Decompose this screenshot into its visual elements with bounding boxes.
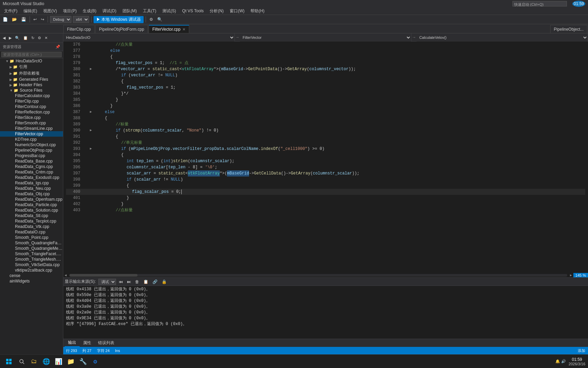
taskbar-systray[interactable]: 🔔 🔊 [555,359,566,364]
code-line-402[interactable]: 402 } [66,201,585,207]
se-btn4[interactable]: 📋 [22,35,29,41]
tree-readsolution[interactable]: ReadData_Solution.cpp [0,208,63,213]
tree-readdataio[interactable]: ReadDataIO.cpp [0,229,63,235]
tree-header[interactable]: ▶ 📁 Header Files [0,82,63,88]
se-btn5[interactable]: ↻ [30,35,36,41]
tree-filterslice[interactable]: FilterSlice.cpp [0,115,63,120]
code-line-396[interactable]: 396 columnstr_scalar[tep_len - 8] = '\0'… [66,164,585,170]
output-btn1[interactable]: ⏮ [117,279,124,285]
taskbar-cad[interactable]: ⚙ [90,356,101,367]
code-line-394[interactable]: 394 { [66,152,585,158]
tree-smoothtm[interactable]: Smooth_TriangleMesh.cpp [0,257,63,262]
tree-smoothvtk[interactable]: Smooth_VtkSetData.cpp [0,262,63,267]
code-line-386[interactable]: 386 } [66,103,585,109]
code-line-380[interactable]: 380 ▶ /*vector_arr = static_cast<vtkFloa… [66,66,585,72]
se-btn2[interactable]: ▶ [7,35,13,41]
code-line-393[interactable]: 393 ▶ if (mPipeLineObjProp.vectorFilter_… [66,146,585,152]
tree-readtecplot[interactable]: ReadData_Tecplot.cpp [0,218,63,224]
tree-readbase[interactable]: ReadData_Base.cpp [0,158,63,164]
code-line-384[interactable]: 384 }*/ [66,91,585,97]
tab-filtervector[interactable]: FilterVector.cpp ✕ [149,25,190,33]
hscrollbar[interactable] [69,274,567,277]
code-line-385[interactable]: 385 } [66,97,585,103]
tree-source[interactable]: ▼ 📁 Source Files [0,88,63,93]
tree-filtervector[interactable]: FilterVector.cpp [0,131,63,137]
tab-close-filtervector[interactable]: ✕ [182,27,185,32]
menu-build[interactable]: 生成(B) [80,7,99,15]
tree-cense[interactable]: cense [0,273,63,278]
bottom-tab-output[interactable]: 输出 [65,339,80,347]
se-btn1[interactable]: ◀ [1,35,7,41]
menu-edit[interactable]: 编辑(E) [21,7,40,15]
scroll-left[interactable]: ◄ [63,274,68,277]
tree-readparticle[interactable]: ReadData_Particle.cpp [0,202,63,208]
output-source-select[interactable]: 调试 [98,279,116,285]
tab-pipelineobj-right[interactable]: PipelineObject... [550,25,587,33]
output-btn2[interactable]: ⏭ [126,279,132,285]
tree-pipelineobjprop[interactable]: PipelineObjProp.cpp [0,148,63,153]
tree-ainwidgets[interactable]: ainWidgets [0,278,63,284]
tree-filterreflection[interactable]: FilterReflection.cpp [0,109,63,115]
code-line-376[interactable]: 376 //点矢量 [66,42,585,48]
menu-project[interactable]: 项目(P) [60,7,79,15]
menu-debug[interactable]: 调试(D) [100,7,119,15]
bottom-tab-errors[interactable]: 错误列表 [95,339,118,347]
tree-progressbar[interactable]: ProgressBar.cpp [0,153,63,158]
taskbar-search[interactable] [16,356,27,367]
taskbar-files[interactable]: 📁 [65,356,76,367]
tree-filterstreamline[interactable]: FilterStreamLine.cpp [0,126,63,131]
tree-filtercalc[interactable]: FilterCalculator.cpp [0,93,63,98]
hscrollbar-thumb[interactable] [69,274,137,277]
tree-readstl[interactable]: ReadData_Stl.cpp [0,213,63,218]
code-line-399[interactable]: 399 { [66,183,585,189]
code-line-387[interactable]: 387 ▶ else [66,109,585,115]
tree-vtktipw[interactable]: vtktipw2callback.cpp [0,267,63,273]
tree-smoothpoint[interactable]: Smooth_Point.cpp [0,235,63,240]
toolbar-btn2[interactable]: 🔍 [156,16,164,22]
toolbar-undo[interactable]: ↩ [32,16,38,22]
code-line-377[interactable]: 377 else [66,48,585,54]
taskbar-powerpoint[interactable]: 📊 [53,356,64,367]
toolbar-open[interactable]: 📂 [11,16,18,22]
se-btn7[interactable]: ✕ [43,35,49,41]
menu-analyze[interactable]: 分析(N) [207,7,226,15]
bottom-tab-properties[interactable]: 属性 [80,339,95,347]
tab-pipelineobjplot[interactable]: PipelineObjPlotForm.cpp [95,25,148,33]
tab-filterclip[interactable]: FilterClip.cpp [63,25,95,33]
menu-qt[interactable]: Qt VS Tools [179,8,206,14]
output-btn4[interactable]: 📋 [142,279,150,285]
platform-dropdown[interactable]: x64 [73,16,89,23]
menu-team[interactable]: 团队(M) [120,7,140,15]
tree-readobj[interactable]: ReadData_Obj.cpp [0,191,63,197]
code-line-401[interactable]: 401 } [66,195,585,201]
tree-readvtk[interactable]: ReadData_Vtk.cpp [0,224,63,229]
menu-test[interactable]: 测试(S) [160,7,179,15]
code-line-381[interactable]: 381 if (vector_arr != NULL) [66,72,585,78]
tree-readneu[interactable]: ReadData_Neu.cpp [0,186,63,191]
tree-ref[interactable]: ▶ 📁 引用 [0,64,63,70]
tree-heu[interactable]: ▼ 📁 HeuDataSrcIO [0,58,63,64]
taskbar-clock[interactable]: 01:59 2026/3/16 [569,357,585,366]
toolbar-save[interactable]: 💾 [20,16,28,22]
code-line-379[interactable]: 379 flag_vector_pos = 1; //1 = 点 [66,60,585,66]
toolbar-btn1[interactable]: ⚙ [148,16,154,22]
menu-tools[interactable]: 工具(T) [140,7,159,15]
code-line-391[interactable]: 391 { [66,134,585,140]
output-btn5[interactable]: 🔗 [151,279,159,285]
class-dropdown[interactable]: FilterVector [240,33,411,42]
tree-readcgns[interactable]: ReadData_Cgns.cpp [0,164,63,169]
code-line-382[interactable]: 382 { [66,78,585,85]
output-btn3[interactable]: 🗑 [134,279,141,285]
menu-help[interactable]: 帮助(H) [248,7,267,15]
code-line-389[interactable]: 389 //标量 [66,121,585,127]
tree-smoothqm[interactable]: Smooth_QuadrangleMesh.cpp [0,246,63,251]
tree-smoothtf[interactable]: Smooth_TriangleFacet.cpp [0,251,63,257]
code-line-390[interactable]: 390 ▶ if (strcmp(columnstr_scalar, "None… [66,127,585,134]
toolbar-redo[interactable]: ↪ [39,16,46,22]
scroll-right[interactable]: ► [569,274,573,277]
se-pin-icon[interactable]: 📌 [55,45,60,49]
code-line-378[interactable]: 378 { [66,54,585,60]
menu-view[interactable]: 视图(V) [40,7,60,15]
menu-file[interactable]: 文件(F) [1,7,20,15]
run-button[interactable]: ▶ 本地 Windows 调试器 [94,16,144,23]
